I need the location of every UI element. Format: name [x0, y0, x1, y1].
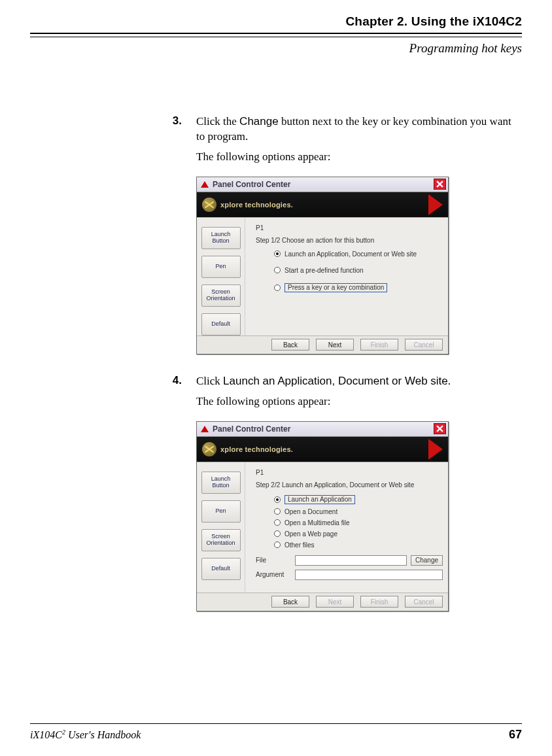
radio-icon — [274, 541, 281, 548]
page-header: Chapter 2. Using the iX104C2 Programming… — [30, 14, 522, 56]
button-bar: Back Next Finish Cancel — [197, 335, 448, 354]
close-icon — [436, 425, 443, 432]
close-button[interactable] — [434, 179, 446, 190]
option-label: Other files — [285, 541, 315, 549]
footer-rule — [30, 723, 522, 724]
window-body: Launch Button Pen Screen Orientation Def… — [197, 462, 448, 593]
radio-icon — [274, 519, 281, 526]
header-chapter: Chapter 2. Using the iX104C2 — [30, 14, 522, 29]
brand-band: xplore technologies. — [197, 437, 448, 462]
sidebar-item-default[interactable]: Default — [201, 558, 241, 580]
back-button[interactable]: Back — [271, 596, 309, 608]
step-text: Click Launch an Application, Document or… — [196, 374, 451, 389]
window-title: Panel Control Center — [213, 424, 434, 434]
close-button[interactable] — [434, 423, 446, 434]
brand-logo-text: xplore technologies. — [220, 445, 293, 453]
sidebar-item-launch-button[interactable]: Launch Button — [201, 227, 241, 249]
sidebar: Launch Button Pen Screen Orientation Def… — [197, 462, 245, 593]
button-bar: Back Next Finish Cancel — [197, 593, 448, 611]
window-title: Panel Control Center — [213, 180, 434, 189]
step-followup: The following options appear: — [196, 150, 521, 165]
footer-handbook: iX104C2 User's Handbook — [30, 729, 141, 741]
footer-page-number: 67 — [509, 728, 522, 742]
window-titlebar[interactable]: Panel Control Center — [197, 177, 448, 192]
sidebar-item-pen[interactable]: Pen — [201, 256, 241, 278]
option-launch-application[interactable]: Launch an Application — [274, 495, 443, 504]
brand-logo-icon — [202, 442, 216, 456]
back-button[interactable]: Back — [271, 339, 309, 351]
panel-step-label: Step 1/2 Choose an action for this butto… — [256, 237, 443, 244]
brand-band: xplore technologies. — [197, 192, 448, 217]
sidebar-item-screen-orientation[interactable]: Screen Orientation — [201, 284, 241, 307]
option-label: Open a Document — [285, 508, 337, 515]
window: Panel Control Center xplore technologies… — [196, 421, 449, 611]
option-open-multimedia[interactable]: Open a Multimedia file — [274, 519, 443, 526]
option-press-key[interactable]: Press a key or a key combination — [274, 283, 443, 292]
brand-logo-icon — [202, 198, 216, 212]
option-label: Open a Web page — [285, 530, 337, 538]
finish-button[interactable]: Finish — [360, 339, 398, 351]
header-section: Programming hot keys — [30, 41, 522, 56]
option-label-selected-box: Press a key or a key combination — [285, 283, 387, 292]
step-3: 3. Click the Change button next to the k… — [167, 114, 521, 165]
radio-icon — [274, 267, 281, 273]
triangle-icon — [201, 426, 209, 432]
option-launch-app[interactable]: Launch an Application, Document or Web s… — [274, 250, 443, 258]
file-input[interactable] — [295, 555, 407, 566]
panel-heading: P1 — [256, 224, 443, 232]
cancel-button[interactable]: Cancel — [405, 339, 443, 351]
option-open-document[interactable]: Open a Document — [274, 508, 443, 515]
radio-icon — [274, 250, 281, 257]
change-button[interactable]: Change — [411, 555, 443, 566]
argument-label: Argument — [256, 571, 291, 578]
step-number: 3. — [167, 114, 182, 165]
step-4: 4. Click Launch an Application, Document… — [167, 374, 521, 409]
window-body: Launch Button Pen Screen Orientation Def… — [197, 217, 448, 335]
radio-icon — [274, 284, 281, 291]
screenshot-2: Panel Control Center xplore technologies… — [196, 421, 521, 611]
argument-row: Argument — [256, 570, 443, 580]
brand-logo-text: xplore technologies. — [220, 201, 293, 209]
cancel-button[interactable]: Cancel — [405, 596, 443, 608]
option-label: Launch an Application, Document or Web s… — [285, 250, 417, 258]
step-followup: The following options appear: — [196, 394, 451, 409]
step-text: Click the Change button next to the key … — [196, 114, 521, 145]
file-label: File — [256, 557, 291, 564]
window-titlebar[interactable]: Panel Control Center — [197, 422, 448, 437]
option-label-selected-box: Launch an Application — [285, 495, 355, 504]
close-icon — [436, 180, 443, 188]
option-start-function[interactable]: Start a pre-defined function — [274, 267, 443, 274]
sidebar-item-pen[interactable]: Pen — [201, 500, 241, 523]
step-number: 4. — [167, 374, 182, 409]
screenshot-1: Panel Control Center xplore technologies… — [196, 177, 521, 354]
content: 3. Click the Change button next to the k… — [167, 114, 521, 611]
triangle-icon — [201, 181, 209, 188]
option-open-web-page[interactable]: Open a Web page — [274, 530, 443, 538]
option-label: Open a Multimedia file — [285, 519, 350, 526]
sidebar: Launch Button Pen Screen Orientation Def… — [197, 218, 245, 335]
panel-step-label: Step 2/2 Launch an Application, Document… — [256, 481, 443, 489]
radio-icon — [274, 508, 281, 515]
brand-triangle-icon — [428, 439, 443, 460]
finish-button[interactable]: Finish — [360, 596, 398, 608]
step-body: Click Launch an Application, Document or… — [196, 374, 451, 409]
sidebar-item-default[interactable]: Default — [201, 313, 241, 335]
main-panel: P1 Step 1/2 Choose an action for this bu… — [245, 218, 448, 335]
page: Chapter 2. Using the iX104C2 Programming… — [0, 0, 552, 756]
sidebar-item-launch-button[interactable]: Launch Button — [201, 472, 241, 494]
next-button[interactable]: Next — [316, 339, 354, 351]
option-other-files[interactable]: Other files — [274, 541, 443, 549]
radio-icon — [274, 496, 281, 503]
file-row: File Change — [256, 555, 443, 566]
brand-triangle-icon — [428, 194, 443, 215]
panel-heading: P1 — [256, 469, 443, 476]
radio-icon — [274, 530, 281, 537]
window: Panel Control Center xplore technologies… — [196, 177, 449, 354]
step-body: Click the Change button next to the key … — [196, 114, 521, 165]
argument-input[interactable] — [295, 570, 443, 580]
main-panel: P1 Step 2/2 Launch an Application, Docum… — [245, 462, 448, 593]
header-rule-thin — [30, 37, 522, 37]
next-button[interactable]: Next — [316, 596, 354, 608]
sidebar-item-screen-orientation[interactable]: Screen Orientation — [201, 529, 241, 551]
option-label: Start a pre-defined function — [285, 267, 364, 274]
